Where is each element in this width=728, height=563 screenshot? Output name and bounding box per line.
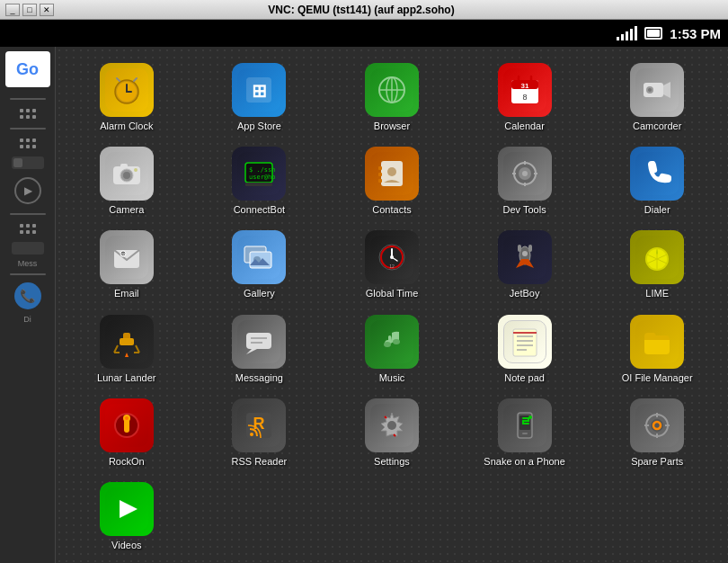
svg-rect-34 bbox=[378, 173, 382, 176]
sidebar-divider-2 bbox=[10, 128, 46, 130]
main-area: Go ▶ Mess 📞 Di bbox=[0, 47, 728, 563]
app-label-gallery: Gallery bbox=[244, 288, 275, 299]
app-icon-camcorder bbox=[630, 63, 684, 117]
title-bar: _ □ ✕ VNC: QEMU (tst141) (auf app2.soho) bbox=[0, 0, 728, 20]
svg-rect-35 bbox=[378, 179, 382, 183]
svg-point-77 bbox=[384, 342, 391, 347]
svg-line-69 bbox=[136, 345, 139, 353]
app-item-jetboy[interactable]: JetBoy bbox=[458, 223, 591, 307]
phone-icon: 📞 bbox=[20, 289, 35, 303]
svg-marker-74 bbox=[246, 349, 257, 354]
svg-text:@: @ bbox=[120, 252, 126, 257]
app-item-dialer[interactable]: Dialer bbox=[590, 139, 724, 223]
app-item-snake-on-a-phone[interactable]: Snake on a Phone bbox=[458, 391, 591, 475]
app-item-calendar[interactable]: 31 8 Calendar bbox=[458, 56, 591, 139]
app-label-oi-file-manager: OI File Manager bbox=[622, 372, 693, 384]
app-item-gallery[interactable]: Gallery bbox=[193, 223, 326, 307]
sidebar-dots-2 bbox=[20, 139, 36, 148]
app-item-music[interactable]: Music bbox=[325, 308, 458, 391]
app-item-note-pad[interactable]: Note pad bbox=[458, 308, 591, 391]
app-item-videos[interactable]: Videos bbox=[60, 475, 193, 559]
app-label-camera: Camera bbox=[109, 204, 144, 216]
svg-line-68 bbox=[114, 345, 118, 353]
app-icon-dev-tools bbox=[498, 147, 552, 201]
sidebar-phone-icon[interactable]: 📞 bbox=[14, 282, 41, 309]
app-icon-settings bbox=[365, 398, 419, 452]
app-icon-jetboy bbox=[498, 230, 552, 284]
sidebar-dots-3 bbox=[20, 224, 36, 234]
app-icon-note-pad bbox=[498, 315, 552, 369]
app-icon-app-store: ⊞ bbox=[232, 63, 286, 117]
app-item-rss-reader[interactable]: R RSS Reader bbox=[193, 391, 326, 475]
svg-point-54 bbox=[390, 255, 394, 259]
app-label-jetboy: JetBoy bbox=[510, 288, 540, 299]
app-item-messaging[interactable]: Messaging bbox=[193, 308, 326, 391]
status-time: 1:53 PM bbox=[670, 26, 721, 41]
svg-point-78 bbox=[393, 339, 400, 344]
svg-rect-30 bbox=[245, 183, 272, 186]
svg-rect-25 bbox=[120, 164, 128, 168]
app-item-email[interactable]: @ Email bbox=[60, 223, 193, 307]
app-label-rss-reader: RSS Reader bbox=[232, 456, 288, 468]
app-icon-email: @ bbox=[100, 230, 154, 284]
app-label-spare-parts: Spare Parts bbox=[631, 456, 683, 468]
app-label-alarm-clock: Alarm Clock bbox=[100, 121, 153, 132]
app-item-contacts[interactable]: Contacts bbox=[325, 139, 458, 223]
app-icon-rss-reader: R bbox=[232, 398, 286, 452]
svg-line-93 bbox=[385, 416, 386, 418]
svg-rect-98 bbox=[522, 433, 528, 434]
app-item-connectbot[interactable]: $ ./ssh user@host ConnectBot bbox=[193, 139, 326, 223]
app-label-music: Music bbox=[379, 372, 405, 384]
app-item-app-store[interactable]: ⊞ App Store bbox=[193, 56, 326, 139]
svg-rect-67 bbox=[120, 338, 134, 345]
svg-text:31: 31 bbox=[520, 82, 528, 90]
app-item-browser[interactable]: Browser bbox=[325, 56, 458, 139]
sidebar-google[interactable]: Go bbox=[5, 51, 50, 87]
app-icon-snake-on-a-phone bbox=[498, 398, 552, 452]
app-icon-music bbox=[365, 315, 419, 369]
sidebar-widget-2 bbox=[12, 242, 44, 255]
svg-point-26 bbox=[134, 168, 138, 172]
app-icon-global-time: 12 bbox=[365, 230, 419, 284]
app-label-settings: Settings bbox=[374, 456, 410, 468]
svg-rect-33 bbox=[378, 166, 382, 170]
app-label-messaging: Messaging bbox=[235, 372, 283, 384]
svg-line-4 bbox=[117, 78, 120, 81]
app-label-note-pad: Note pad bbox=[504, 372, 545, 384]
app-item-lime[interactable]: LIME bbox=[590, 223, 724, 307]
svg-point-21 bbox=[648, 88, 652, 92]
battery-icon bbox=[644, 27, 662, 40]
maximize-button[interactable]: □ bbox=[22, 4, 37, 16]
app-item-oi-file-manager[interactable]: OI File Manager bbox=[590, 308, 724, 391]
app-item-spare-parts[interactable]: Spare Parts bbox=[590, 391, 724, 475]
app-item-dev-tools[interactable]: Dev Tools bbox=[458, 139, 591, 223]
sidebar-divider-4 bbox=[10, 273, 46, 275]
app-item-alarm-clock[interactable]: Alarm Clock bbox=[60, 56, 193, 139]
app-label-dialer: Dialer bbox=[644, 204, 670, 216]
close-button[interactable]: ✕ bbox=[40, 4, 54, 16]
minimize-button[interactable]: _ bbox=[5, 4, 20, 16]
app-item-lunar-lander[interactable]: Lunar Lander bbox=[60, 308, 193, 391]
app-label-app-store: App Store bbox=[237, 121, 281, 132]
app-icon-dialer bbox=[630, 147, 684, 201]
app-icon-contacts bbox=[365, 147, 419, 201]
svg-point-91 bbox=[250, 433, 253, 436]
app-icon-camera bbox=[100, 147, 154, 201]
app-icon-messaging bbox=[232, 315, 286, 369]
title-bar-buttons[interactable]: _ □ ✕ bbox=[5, 4, 54, 16]
app-icon-connectbot: $ ./ssh user@host bbox=[232, 147, 286, 201]
svg-point-92 bbox=[387, 421, 396, 430]
svg-text:8: 8 bbox=[522, 93, 527, 102]
title-bar-title: VNC: QEMU (tst141) (auf app2.soho) bbox=[54, 4, 669, 16]
sidebar-play-button[interactable]: ▶ bbox=[14, 177, 41, 204]
app-item-rockon[interactable]: RockOn bbox=[60, 391, 193, 475]
app-item-camera[interactable]: Camera bbox=[60, 139, 193, 223]
sidebar-dots-1 bbox=[20, 109, 36, 119]
app-item-camcorder[interactable]: Camcorder bbox=[590, 56, 724, 139]
svg-marker-19 bbox=[663, 82, 670, 98]
app-item-settings[interactable]: Settings bbox=[325, 391, 458, 475]
svg-marker-72 bbox=[125, 353, 129, 357]
app-icon-oi-file-manager bbox=[630, 315, 684, 369]
app-item-global-time[interactable]: 12 Global Time bbox=[325, 223, 458, 307]
app-label-snake-on-a-phone: Snake on a Phone bbox=[484, 456, 565, 468]
